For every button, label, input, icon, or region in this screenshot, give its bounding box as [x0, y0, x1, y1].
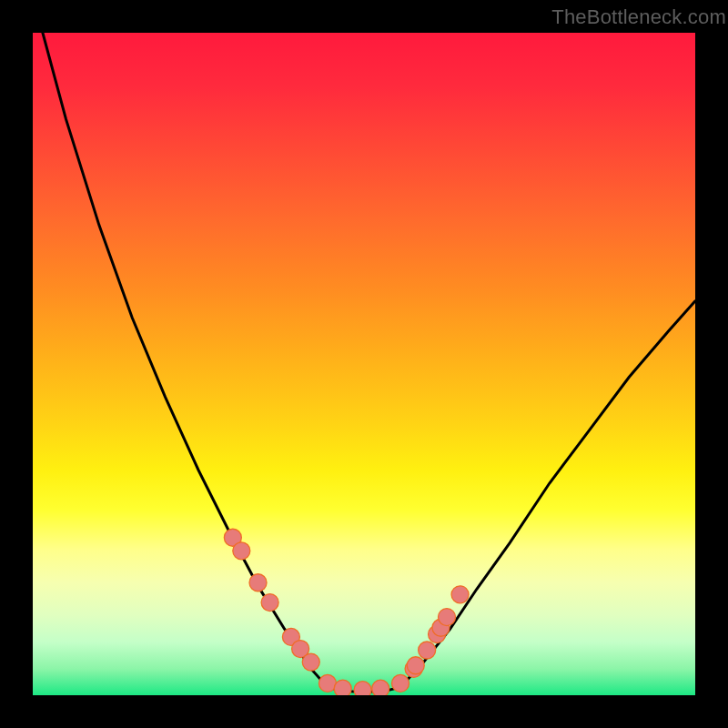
chart-container: TheBottleneck.com [0, 0, 728, 728]
data-point [419, 642, 436, 659]
data-point [249, 574, 267, 592]
data-point [392, 674, 410, 692]
data-point [302, 653, 319, 671]
data-point [233, 542, 250, 560]
data-point [334, 680, 351, 695]
data-point [439, 609, 456, 626]
attribution-text: TheBottleneck.com [551, 5, 726, 29]
data-point [354, 682, 371, 695]
bottleneck-curve [43, 33, 695, 692]
plot-area [33, 33, 695, 695]
data-point [261, 594, 278, 612]
data-point [372, 680, 389, 695]
curve-layer [33, 33, 695, 695]
data-point [451, 586, 469, 603]
data-point [407, 657, 424, 674]
